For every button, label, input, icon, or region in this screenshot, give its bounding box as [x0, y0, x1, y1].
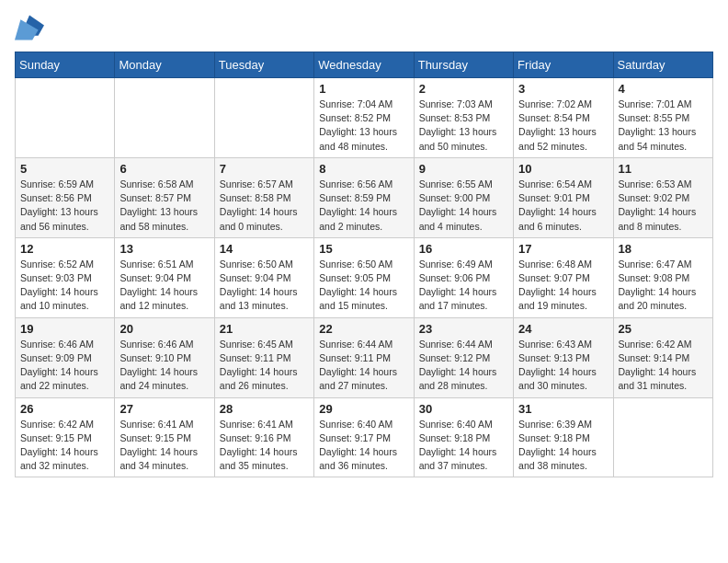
day-number: 6 — [119, 162, 209, 176]
day-number: 8 — [319, 162, 408, 176]
day-info: Sunrise: 6:47 AM Sunset: 9:08 PM Dayligh… — [619, 258, 708, 314]
day-info: Sunrise: 6:45 AM Sunset: 9:11 PM Dayligh… — [220, 338, 309, 394]
day-info: Sunrise: 6:51 AM Sunset: 9:04 PM Dayligh… — [119, 258, 209, 314]
day-header-thursday: Thursday — [414, 52, 513, 78]
calendar-cell: 28Sunrise: 6:41 AM Sunset: 9:16 PM Dayli… — [214, 397, 313, 477]
calendar-cell: 7Sunrise: 6:57 AM Sunset: 8:58 PM Daylig… — [214, 157, 313, 237]
calendar-cell: 8Sunrise: 6:56 AM Sunset: 8:59 PM Daylig… — [314, 157, 414, 237]
calendar-week-row: 1Sunrise: 7:04 AM Sunset: 8:52 PM Daylig… — [16, 78, 713, 158]
calendar-cell: 11Sunrise: 6:53 AM Sunset: 9:02 PM Dayli… — [613, 157, 712, 237]
day-number: 14 — [220, 242, 309, 256]
calendar-cell: 9Sunrise: 6:55 AM Sunset: 9:00 PM Daylig… — [414, 157, 513, 237]
calendar-cell — [16, 78, 115, 158]
day-header-wednesday: Wednesday — [314, 52, 414, 78]
day-info: Sunrise: 6:49 AM Sunset: 9:06 PM Dayligh… — [419, 258, 508, 314]
day-number: 15 — [319, 242, 408, 256]
day-number: 31 — [518, 402, 608, 416]
day-info: Sunrise: 6:52 AM Sunset: 9:03 PM Dayligh… — [20, 258, 109, 314]
day-info: Sunrise: 6:59 AM Sunset: 8:56 PM Dayligh… — [20, 178, 109, 234]
calendar-cell: 25Sunrise: 6:42 AM Sunset: 9:14 PM Dayli… — [613, 317, 712, 397]
day-number: 16 — [419, 242, 508, 256]
day-number: 25 — [619, 322, 708, 336]
day-info: Sunrise: 7:01 AM Sunset: 8:55 PM Dayligh… — [619, 98, 708, 154]
calendar-cell: 23Sunrise: 6:44 AM Sunset: 9:12 PM Dayli… — [414, 317, 513, 397]
day-info: Sunrise: 6:56 AM Sunset: 8:59 PM Dayligh… — [319, 178, 408, 234]
day-number: 29 — [319, 402, 408, 416]
calendar-cell — [613, 397, 712, 477]
calendar-cell: 3Sunrise: 7:02 AM Sunset: 8:54 PM Daylig… — [514, 78, 613, 158]
calendar-cell: 4Sunrise: 7:01 AM Sunset: 8:55 PM Daylig… — [613, 78, 712, 158]
day-info: Sunrise: 7:04 AM Sunset: 8:52 PM Dayligh… — [319, 98, 408, 154]
calendar-cell: 12Sunrise: 6:52 AM Sunset: 9:03 PM Dayli… — [16, 237, 115, 317]
day-number: 1 — [319, 82, 408, 96]
day-info: Sunrise: 7:02 AM Sunset: 8:54 PM Dayligh… — [518, 98, 608, 154]
day-header-sunday: Sunday — [16, 52, 115, 78]
calendar-cell: 22Sunrise: 6:44 AM Sunset: 9:11 PM Dayli… — [314, 317, 414, 397]
day-header-saturday: Saturday — [613, 52, 712, 78]
day-info: Sunrise: 6:40 AM Sunset: 9:17 PM Dayligh… — [319, 418, 408, 474]
day-info: Sunrise: 6:48 AM Sunset: 9:07 PM Dayligh… — [518, 258, 608, 314]
day-number: 22 — [319, 322, 408, 336]
day-info: Sunrise: 7:03 AM Sunset: 8:53 PM Dayligh… — [419, 98, 508, 154]
day-header-friday: Friday — [514, 52, 613, 78]
day-info: Sunrise: 6:55 AM Sunset: 9:00 PM Dayligh… — [419, 178, 508, 234]
calendar-week-row: 12Sunrise: 6:52 AM Sunset: 9:03 PM Dayli… — [16, 237, 713, 317]
day-number: 23 — [419, 322, 508, 336]
day-number: 9 — [419, 162, 508, 176]
calendar-cell: 27Sunrise: 6:41 AM Sunset: 9:15 PM Dayli… — [115, 397, 214, 477]
day-number: 28 — [220, 402, 309, 416]
calendar-cell: 10Sunrise: 6:54 AM Sunset: 9:01 PM Dayli… — [514, 157, 613, 237]
page-header — [15, 15, 713, 40]
day-number: 12 — [20, 242, 109, 256]
calendar-cell: 14Sunrise: 6:50 AM Sunset: 9:04 PM Dayli… — [214, 237, 313, 317]
logo-icon — [15, 15, 44, 40]
day-info: Sunrise: 6:42 AM Sunset: 9:14 PM Dayligh… — [619, 338, 708, 394]
calendar-cell: 16Sunrise: 6:49 AM Sunset: 9:06 PM Dayli… — [414, 237, 513, 317]
calendar-table: SundayMondayTuesdayWednesdayThursdayFrid… — [15, 52, 713, 477]
day-number: 26 — [20, 402, 109, 416]
day-number: 13 — [119, 242, 209, 256]
calendar-cell — [214, 78, 313, 158]
day-number: 10 — [518, 162, 608, 176]
day-number: 30 — [419, 402, 508, 416]
day-info: Sunrise: 6:41 AM Sunset: 9:15 PM Dayligh… — [119, 418, 209, 474]
calendar-cell: 29Sunrise: 6:40 AM Sunset: 9:17 PM Dayli… — [314, 397, 414, 477]
day-info: Sunrise: 6:46 AM Sunset: 9:09 PM Dayligh… — [20, 338, 109, 394]
calendar-cell: 26Sunrise: 6:42 AM Sunset: 9:15 PM Dayli… — [16, 397, 115, 477]
calendar-cell: 19Sunrise: 6:46 AM Sunset: 9:09 PM Dayli… — [16, 317, 115, 397]
day-header-tuesday: Tuesday — [214, 52, 313, 78]
day-number: 21 — [220, 322, 309, 336]
day-number: 11 — [619, 162, 708, 176]
day-info: Sunrise: 6:44 AM Sunset: 9:11 PM Dayligh… — [319, 338, 408, 394]
day-info: Sunrise: 6:42 AM Sunset: 9:15 PM Dayligh… — [20, 418, 109, 474]
calendar-week-row: 5Sunrise: 6:59 AM Sunset: 8:56 PM Daylig… — [16, 157, 713, 237]
day-number: 17 — [518, 242, 608, 256]
day-info: Sunrise: 6:43 AM Sunset: 9:13 PM Dayligh… — [518, 338, 608, 394]
day-header-monday: Monday — [115, 52, 214, 78]
calendar-cell: 17Sunrise: 6:48 AM Sunset: 9:07 PM Dayli… — [514, 237, 613, 317]
calendar-cell: 31Sunrise: 6:39 AM Sunset: 9:18 PM Dayli… — [514, 397, 613, 477]
day-number: 18 — [619, 242, 708, 256]
day-number: 20 — [119, 322, 209, 336]
day-info: Sunrise: 6:46 AM Sunset: 9:10 PM Dayligh… — [119, 338, 209, 394]
calendar-cell: 18Sunrise: 6:47 AM Sunset: 9:08 PM Dayli… — [613, 237, 712, 317]
day-info: Sunrise: 6:40 AM Sunset: 9:18 PM Dayligh… — [419, 418, 508, 474]
calendar-cell: 24Sunrise: 6:43 AM Sunset: 9:13 PM Dayli… — [514, 317, 613, 397]
day-number: 4 — [619, 82, 708, 96]
day-info: Sunrise: 6:58 AM Sunset: 8:57 PM Dayligh… — [119, 178, 209, 234]
calendar-week-row: 26Sunrise: 6:42 AM Sunset: 9:15 PM Dayli… — [16, 397, 713, 477]
calendar-cell: 1Sunrise: 7:04 AM Sunset: 8:52 PM Daylig… — [314, 78, 414, 158]
day-info: Sunrise: 6:50 AM Sunset: 9:05 PM Dayligh… — [319, 258, 408, 314]
day-info: Sunrise: 6:44 AM Sunset: 9:12 PM Dayligh… — [419, 338, 508, 394]
day-number: 19 — [20, 322, 109, 336]
day-number: 2 — [419, 82, 508, 96]
calendar-cell: 30Sunrise: 6:40 AM Sunset: 9:18 PM Dayli… — [414, 397, 513, 477]
calendar-cell: 13Sunrise: 6:51 AM Sunset: 9:04 PM Dayli… — [115, 237, 214, 317]
day-number: 3 — [518, 82, 608, 96]
calendar-header-row: SundayMondayTuesdayWednesdayThursdayFrid… — [16, 52, 713, 78]
day-info: Sunrise: 6:41 AM Sunset: 9:16 PM Dayligh… — [220, 418, 309, 474]
day-info: Sunrise: 6:53 AM Sunset: 9:02 PM Dayligh… — [619, 178, 708, 234]
logo — [15, 15, 48, 40]
day-number: 24 — [518, 322, 608, 336]
calendar-cell: 2Sunrise: 7:03 AM Sunset: 8:53 PM Daylig… — [414, 78, 513, 158]
